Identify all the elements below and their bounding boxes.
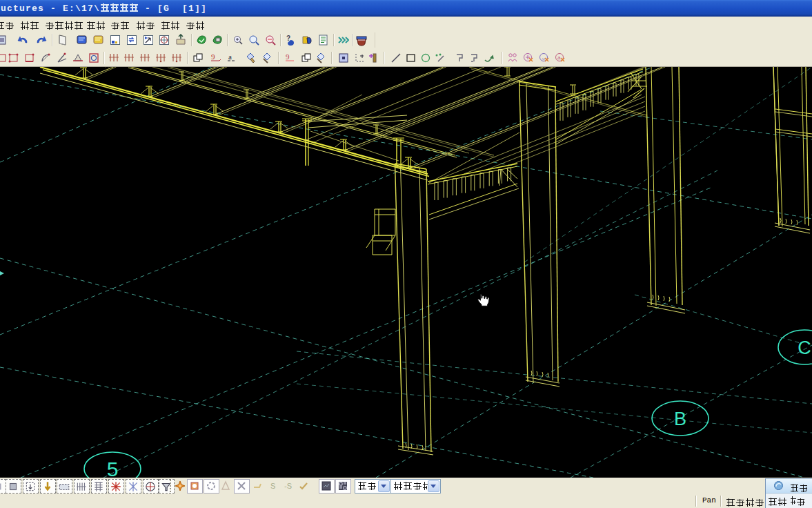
svg-text:5: 5 — [107, 458, 119, 478]
svg-text:?: ? — [286, 35, 290, 42]
svg-text:B: B — [674, 409, 686, 429]
svg-text:9: 9 — [286, 52, 290, 61]
svg-text:-S: -S — [284, 482, 292, 490]
svg-text:9: 9 — [211, 52, 215, 61]
svg-text:a: a — [557, 55, 561, 61]
svg-text:S: S — [270, 482, 275, 490]
svg-text:a: a — [228, 52, 232, 61]
svg-text:C: C — [798, 338, 811, 358]
